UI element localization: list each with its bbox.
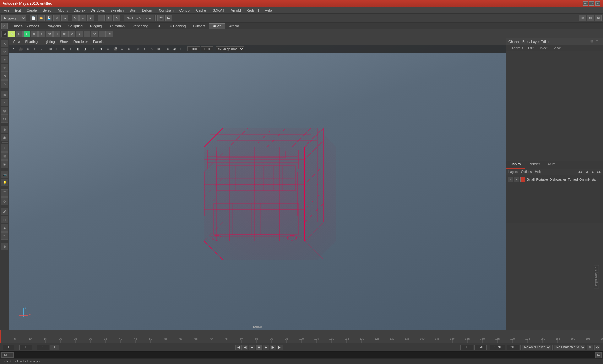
vp-xray2-btn[interactable]: ⊕ (126, 46, 132, 52)
paint-tool-lt[interactable]: ⊹ (1, 48, 8, 55)
vp-menu-panels[interactable]: Panels (91, 39, 106, 44)
vp-menu-renderer[interactable]: Renderer (72, 39, 90, 44)
toolbar-settings-1[interactable]: ⊞ (579, 15, 586, 21)
light-lt[interactable]: 💡 (1, 179, 8, 186)
layer-forward-btn[interactable]: ▶ (590, 169, 595, 174)
channel-box-menu-icon[interactable]: ≡ (596, 40, 600, 44)
character-set-select[interactable]: No Character Set (554, 345, 585, 350)
layer-prev-btn[interactable]: ◀ (584, 169, 589, 174)
timeline-canvas[interactable] (0, 330, 603, 343)
new-file-button[interactable]: 📄 (30, 15, 37, 21)
save-file-button[interactable]: 💾 (46, 15, 52, 21)
open-file-button[interactable]: 📂 (38, 15, 45, 21)
attr-editor-tab[interactable]: Attribute Editor (594, 265, 599, 288)
menu-windows[interactable]: Windows (88, 8, 107, 13)
menu-redshift[interactable]: Redshift (244, 8, 262, 13)
shelf-left-arrow[interactable]: ◀ (1, 31, 8, 37)
le-tab-anim[interactable]: Anim (544, 161, 559, 169)
vp-snap-4[interactable]: ⊞ (155, 46, 162, 52)
close-button[interactable]: ✕ (595, 1, 600, 6)
xray-lt[interactable]: ◈ (1, 224, 8, 232)
pb-play-forward[interactable]: ▶ (263, 345, 269, 350)
layers-help[interactable]: Help (534, 170, 543, 174)
tab-fx-caching[interactable]: FX Caching (164, 23, 189, 29)
vp-snap-1[interactable]: ◎ (135, 46, 141, 52)
cb-sub-channels[interactable]: Channels (507, 46, 525, 51)
xgen-btn-14[interactable]: ≈ (106, 31, 113, 37)
timeline-ruler[interactable] (0, 330, 603, 343)
pb-settings-btn[interactable]: ⚙ (594, 345, 600, 350)
xgen-btn-4[interactable]: ⊕ (31, 31, 38, 37)
current-frame-field[interactable] (19, 345, 32, 350)
pb-step-back[interactable]: ◀| (242, 345, 248, 350)
menu-skin[interactable]: Skin (127, 8, 139, 13)
menu-arnold[interactable]: Arnold (228, 8, 243, 13)
xgen-btn-13[interactable]: ⊟ (99, 31, 106, 37)
scale-tool-button[interactable]: ⤡ (113, 15, 120, 21)
xgen-btn-10[interactable]: ≡ (76, 31, 83, 37)
vp-snap-2[interactable]: ⊹ (142, 46, 148, 52)
tab-curves-surfaces[interactable]: Curves / Surfaces (8, 23, 42, 29)
vp-anim-1[interactable]: ⊕ (165, 46, 171, 52)
xgen-btn-8[interactable]: ⊕ (61, 31, 68, 37)
vp-xray-btn[interactable]: ◈ (119, 46, 125, 52)
vp-scale-btn[interactable]: ⤡ (38, 46, 45, 52)
xgen-btn-7[interactable]: ⊞ (53, 31, 60, 37)
vp-smooth-btn[interactable]: ● (105, 46, 111, 52)
xgen-btn-12[interactable]: ⟳ (91, 31, 98, 37)
tab-xgen[interactable]: XGen (209, 23, 225, 29)
scale-tool-lt[interactable]: ⤡ (1, 80, 8, 88)
xgen-btn-1[interactable]: ✕ (8, 31, 15, 37)
cmd-execute-btn[interactable]: ▶ (595, 352, 602, 358)
xgen-btn-3[interactable]: ● (23, 31, 30, 37)
vp-menu-show[interactable]: Show (58, 39, 71, 44)
le-tab-display[interactable]: Display (506, 161, 525, 169)
menu-constrain[interactable]: Constrain (156, 8, 176, 13)
curve-lt[interactable]: ⌒ (1, 189, 8, 197)
snap-curve-lt[interactable]: ~ (1, 99, 8, 106)
range-end-field[interactable] (474, 345, 487, 350)
lt-extra[interactable]: ⊕ (1, 243, 8, 250)
vp-wireframe-btn[interactable]: ⬡ (91, 46, 97, 52)
pb-skip-end[interactable]: ▶| (277, 345, 283, 350)
vp-gamma-select[interactable]: sRGB gamma (216, 46, 244, 51)
layers-options[interactable]: Options (520, 170, 533, 174)
snap-grid-lt[interactable]: ⊞ (1, 91, 8, 98)
vp-display-5[interactable]: ◧ (75, 46, 81, 52)
viewport-3d-content[interactable] (9, 53, 506, 323)
rotate-tool-button[interactable]: ↻ (106, 15, 112, 21)
frame-range-start[interactable]: 1 (3, 345, 14, 350)
menu-modify[interactable]: Modify (55, 8, 70, 13)
mel-tab[interactable]: MEL (1, 352, 14, 358)
camera-lt[interactable]: 📷 (1, 171, 8, 178)
rotate-tool-lt[interactable]: ↻ (1, 72, 8, 80)
vp-select-btn[interactable]: ↖ (11, 46, 17, 52)
anim-layer-select[interactable]: No Anim Layer (522, 345, 551, 350)
vp-shaded-btn[interactable]: ◑ (98, 46, 104, 52)
cmd-input-field[interactable] (14, 352, 595, 358)
xgen-btn-9[interactable]: ⊘ (68, 31, 75, 37)
tab-sculpting[interactable]: Sculpting (65, 23, 86, 29)
vp-rotate-btn[interactable]: ↻ (31, 46, 38, 52)
tab-animation[interactable]: Animation (106, 23, 128, 29)
menu-display[interactable]: Display (71, 8, 88, 13)
undo-button[interactable]: ↩ (53, 15, 60, 21)
paint-select-button[interactable]: 🖌 (87, 15, 94, 21)
tab-rigging[interactable]: Rigging (87, 23, 105, 29)
render-button[interactable]: ▶ (165, 15, 172, 21)
menu-3dtool[interactable]: -3DtoAll- (209, 8, 228, 13)
cb-sub-object[interactable]: Object (536, 46, 550, 51)
pb-char-set-btn[interactable]: ⊕ (587, 345, 593, 350)
max-range-field-2[interactable] (507, 345, 519, 350)
vp-menu-view[interactable]: View (11, 39, 22, 44)
lasso-select-button[interactable]: ⌖ (79, 15, 86, 21)
vp-snap-3[interactable]: ✕ (149, 46, 155, 52)
home-button[interactable]: ⌂ (1, 23, 8, 29)
pb-stop[interactable]: ■ (256, 345, 262, 350)
vp-display-3[interactable]: ⊠ (61, 46, 68, 52)
move-tool-button[interactable]: ✛ (98, 15, 105, 21)
toolbar-settings-3[interactable]: ⊠ (595, 15, 602, 21)
tab-polygons[interactable]: Polygons (43, 23, 64, 29)
vp-display-1[interactable]: ⊞ (47, 46, 54, 52)
menu-control[interactable]: Control (177, 8, 193, 13)
